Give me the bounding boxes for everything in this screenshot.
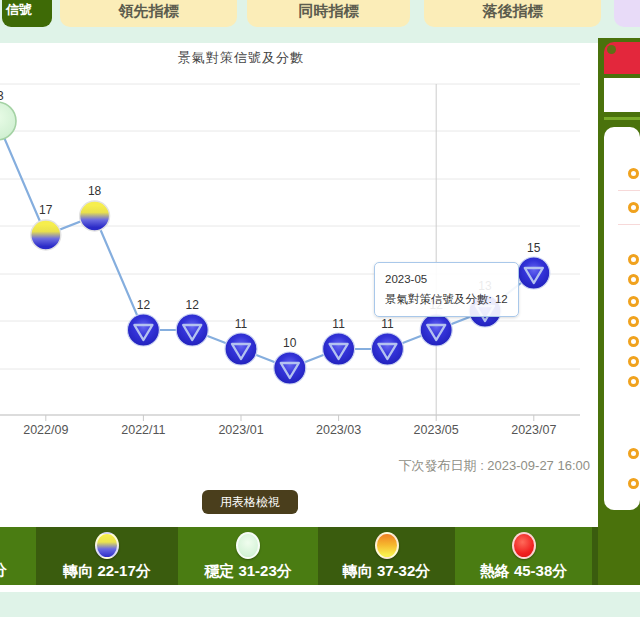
legend-label: 分 (0, 561, 7, 580)
series-line (0, 121, 534, 368)
chart-point-2023/03[interactable]: 11 (323, 317, 355, 365)
bottom-strip (0, 585, 640, 592)
orange-bullet-icon (628, 296, 639, 307)
orange-bullet-icon (628, 336, 639, 347)
legend-label: 轉向 37-32分 (318, 562, 455, 581)
chart-point-2022/10[interactable]: 18 (80, 184, 110, 231)
orange-bullet-icon (628, 316, 639, 327)
orange-bullet-icon (628, 254, 639, 265)
tab-more[interactable] (614, 0, 640, 27)
x-tick-label: 2022/11 (121, 423, 165, 437)
legend-label: 穩定 31-23分 (178, 562, 318, 581)
x-tick-label: 2022/09 (23, 423, 68, 437)
orange-bullet-icon (628, 274, 639, 285)
legend-item-hot: 熱絡 45-38分 (455, 527, 592, 585)
chart-point-2022/08[interactable]: 23 (0, 89, 16, 140)
x-tick-label: 2023/05 (414, 423, 459, 437)
legend-item-transition-high: 轉向 37-32分 (318, 527, 455, 585)
table-view-button[interactable]: 用表格檢視 (202, 490, 298, 514)
point-label: 11 (381, 317, 394, 331)
x-tick-label: 2023/01 (218, 423, 263, 437)
sidebar-divider (604, 117, 640, 120)
pale-green-signal-ball-icon (236, 532, 260, 559)
sidebar-bullet-list (604, 127, 640, 510)
legend-label: 熱絡 45-38分 (455, 562, 592, 581)
point-label: 11 (235, 317, 248, 331)
red-signal-ball-icon (512, 532, 536, 559)
tooltip-date: 2023-05 (385, 270, 508, 290)
legend-label: 轉向 22-17分 (36, 562, 178, 581)
legend-item-stable: 穩定 31-23分 (178, 527, 318, 585)
tab-signal[interactable]: 信號 (2, 0, 52, 27)
chart-point-2023/07[interactable]: 15 (518, 241, 550, 289)
chart-point-2023/04[interactable]: 11 (371, 317, 403, 365)
point-label: 12 (137, 298, 151, 312)
chart-point-2023/02[interactable]: 10 (274, 336, 306, 384)
list-separator (618, 190, 640, 191)
chart-tooltip: 2023-05 景氣對策信號及分數: 12 (374, 262, 519, 317)
point-label: 17 (39, 203, 53, 217)
orange-yellow-signal-ball-icon (375, 532, 399, 559)
orange-bullet-icon (628, 478, 639, 489)
legend-item-clipped: 分 (0, 527, 36, 585)
sidebar-white-box (604, 78, 640, 112)
point-label: 23 (0, 89, 4, 103)
point-label: 10 (283, 336, 297, 350)
x-tick-label: 2023/03 (316, 423, 361, 437)
sidebar-red-header (604, 42, 640, 74)
next-release-date: 下次發布日期 : 2023-09-27 16:00 (399, 457, 590, 475)
point-label: 18 (88, 184, 102, 198)
legend-item-transition-low: 轉向 22-17分 (36, 527, 178, 585)
orange-bullet-icon (628, 202, 639, 213)
chart-title: 景氣對策信號及分數 (178, 49, 304, 67)
yellow-blue-signal-ball-icon (95, 532, 119, 559)
orange-bullet-icon (628, 168, 639, 179)
signal-legend-bar: 分轉向 22-17分穩定 31-23分轉向 37-32分熱絡 45-38分 (0, 527, 640, 585)
tab-coincident[interactable]: 同時指標 (247, 0, 410, 27)
tab-leading[interactable]: 領先指標 (60, 0, 237, 27)
x-tick-label: 2023/07 (511, 423, 556, 437)
tab-lagging[interactable]: 落後指標 (424, 0, 601, 27)
orange-bullet-icon (628, 356, 639, 367)
orange-bullet-icon (628, 448, 639, 459)
point-label: 15 (527, 241, 541, 255)
sidebar-clipped (598, 38, 640, 585)
chart-point-2023/01[interactable]: 11 (225, 317, 257, 365)
list-separator (618, 224, 640, 225)
point-label: 12 (186, 298, 200, 312)
point-label: 11 (332, 317, 345, 331)
chart-point-2022/12[interactable]: 12 (176, 298, 208, 346)
orange-bullet-icon (628, 376, 639, 387)
sidebar-olive-dot-icon (607, 45, 616, 54)
tooltip-value: 景氣對策信號及分數: 12 (385, 290, 508, 310)
